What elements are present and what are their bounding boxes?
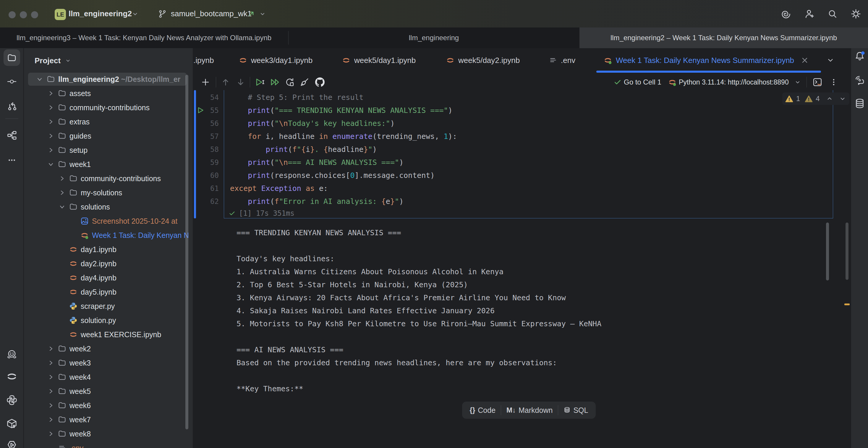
move-cell-down-button[interactable] — [236, 73, 245, 91]
tree-item-week2[interactable]: week2 — [24, 342, 188, 356]
tree-item-my-solutions[interactable]: my-solutions — [24, 186, 188, 200]
add-cell-button[interactable] — [201, 73, 210, 91]
tree-chevron-icon[interactable] — [46, 89, 55, 98]
code-line-55[interactable]: 55 print("=== TRENDING KENYAN NEWS ANALY… — [193, 104, 831, 117]
window-minimize-button[interactable] — [20, 11, 27, 18]
project-panel-header[interactable]: Project — [35, 52, 71, 69]
more-tools-icon[interactable] — [0, 155, 24, 165]
notifications-bell-icon[interactable] — [851, 51, 868, 62]
window-zoom-button[interactable] — [31, 11, 38, 18]
tree-item-week1-exercise-ipynb[interactable]: week1 EXERCISE.ipynb — [24, 327, 188, 342]
hexagon-run-icon[interactable] — [0, 440, 24, 448]
editor-tab-partial[interactable]: .ipynb — [193, 48, 214, 72]
tree-chevron-icon[interactable] — [46, 131, 55, 140]
tree-chevron-icon[interactable] — [46, 387, 55, 396]
tree-item-community-contributions[interactable]: community-contributions — [24, 100, 188, 115]
tree-item-screenshot-2025-10-24-at[interactable]: Screenshot 2025-10-24 at — [24, 214, 188, 228]
database-tool-icon[interactable] — [851, 98, 868, 109]
code-line-57[interactable]: 57 for i, headline in enumerate(trending… — [193, 130, 831, 143]
close-icon[interactable] — [802, 58, 807, 63]
inspections-widget[interactable]: 1 4 — [782, 93, 849, 105]
tree-item-assets[interactable]: assets — [24, 86, 188, 100]
run-cell-button[interactable] — [255, 73, 265, 91]
window-tab-2[interactable]: llm_engineering — [288, 28, 579, 48]
structure-icon[interactable] — [0, 130, 24, 140]
window-tab-3-active[interactable]: llm_engineering2 – Week 1 Task: Daily Ke… — [580, 28, 868, 48]
ai-assistant-icon[interactable] — [780, 0, 791, 28]
add-user-icon[interactable] — [804, 0, 815, 28]
tree-chevron-icon[interactable] — [46, 117, 55, 126]
prev-issue-icon[interactable] — [826, 95, 833, 102]
code-line-59[interactable]: 59 print("\n=== AI NEWS ANALYSIS ===") — [193, 156, 831, 169]
tree-chevron-icon[interactable] — [35, 75, 44, 84]
kebab-menu-icon[interactable] — [830, 73, 838, 91]
tree-chevron-icon[interactable] — [58, 202, 66, 211]
tree-chevron-icon[interactable] — [46, 373, 55, 382]
code-line-60[interactable]: 60 print(response.choices[0].message.con… — [193, 169, 831, 182]
move-cell-up-button[interactable] — [221, 73, 230, 91]
tree-chevron-icon[interactable] — [46, 103, 55, 112]
add-markdown-cell-button[interactable]: M↓ Markdown — [506, 406, 553, 415]
editor-tab-week3-day1[interactable]: week3/day1.ipynb — [239, 48, 312, 72]
tree-item-week6[interactable]: week6 — [24, 398, 188, 413]
settings-gear-icon[interactable] — [850, 0, 862, 28]
branch-chevron-icon[interactable] — [259, 0, 266, 28]
add-code-cell-button[interactable]: {} Code — [470, 406, 495, 415]
tree-item-setup[interactable]: setup — [24, 143, 188, 157]
tree-item-day4-ipynb[interactable]: day4.ipynb — [24, 271, 188, 285]
tree-chevron-icon[interactable] — [46, 344, 55, 353]
editor-scrollbar[interactable] — [845, 223, 848, 280]
pull-requests-icon[interactable] — [0, 101, 24, 111]
tree-item-week3[interactable]: week3 — [24, 356, 188, 370]
github-icon[interactable] — [315, 73, 324, 91]
ai-chat-icon[interactable] — [851, 75, 868, 86]
window-tab-1[interactable]: llm_engineering3 – Week 1 Task: Kenyan D… — [0, 28, 288, 48]
tree-scrollbar[interactable] — [185, 75, 188, 429]
tree-item-week4[interactable]: week4 — [24, 370, 188, 384]
add-sql-cell-button[interactable]: SQL — [563, 406, 588, 415]
window-close-button[interactable] — [8, 11, 16, 18]
tree-item-guides[interactable]: guides — [24, 129, 188, 143]
code-line-58[interactable]: 58 print(f"{i}. {headline}") — [193, 143, 831, 156]
clear-outputs-broom-icon[interactable] — [300, 73, 309, 91]
tree-item-solution-py[interactable]: solution.py — [24, 313, 188, 327]
commit-icon[interactable] — [0, 76, 24, 87]
tree-chevron-icon[interactable] — [46, 401, 55, 410]
tab-overflow-chevron-icon[interactable] — [827, 48, 834, 72]
run-all-cells-button[interactable] — [270, 73, 280, 91]
tree-chevron-icon[interactable] — [46, 429, 55, 438]
tree-item-week1[interactable]: week1 — [24, 157, 188, 171]
tree-chevron-icon[interactable] — [46, 358, 55, 367]
huggingface-icon[interactable] — [0, 349, 24, 360]
go-to-cell-button[interactable]: Go to Cell 1 — [614, 73, 661, 91]
restart-kernel-button[interactable] — [285, 73, 294, 91]
tree-item-week5[interactable]: week5 — [24, 384, 188, 398]
tree-item-solutions[interactable]: solutions — [24, 200, 188, 214]
tree-item-day2-ipynb[interactable]: day2.ipynb — [24, 257, 188, 271]
python-packages-icon[interactable] — [0, 418, 24, 429]
tree-item-week8[interactable]: week8 — [24, 427, 188, 441]
tree-item-day1-ipynb[interactable]: day1.ipynb — [24, 242, 188, 257]
tree-chevron-icon[interactable] — [58, 174, 66, 183]
tree-item--env[interactable]: .env — [24, 441, 188, 448]
tree-item-community-contributions[interactable]: community-contributions — [24, 171, 188, 186]
tree-chevron-icon[interactable] — [46, 160, 55, 169]
tree-item-day5-ipynb[interactable]: day5.ipynb — [24, 285, 188, 299]
next-issue-icon[interactable] — [839, 95, 846, 102]
tree-chevron-icon[interactable] — [46, 415, 55, 424]
editor-tab-week5-day1[interactable]: week5/day1.ipynb — [342, 48, 416, 72]
tree-item-week7[interactable]: week7 — [24, 413, 188, 427]
branch-selector[interactable]: samuel_bootcamp_wk1 — [171, 0, 252, 28]
tree-item-week-1-task-daily-kenyan-news-summarizer-ipynb[interactable]: Week 1 Task: Daily Kenyan News Summarize… — [24, 228, 188, 242]
jupyter-tool-icon[interactable] — [0, 371, 24, 382]
tree-item-extras[interactable]: extras — [24, 115, 188, 129]
editor-tab-active[interactable]: Week 1 Task: Daily Kenyan News Summarize… — [604, 48, 807, 72]
tree-item-scraper-py[interactable]: scraper.py — [24, 299, 188, 313]
tree-chevron-icon[interactable] — [58, 188, 66, 197]
editor-tab-env[interactable]: .env — [549, 48, 575, 72]
search-icon[interactable] — [827, 0, 838, 28]
output-scrollbar[interactable] — [826, 223, 829, 281]
kernel-selector[interactable]: Python 3.11.14: http://localhost:8890 — [668, 73, 801, 91]
project-selector[interactable]: llm_engineering2 — [69, 0, 132, 28]
code-line-56[interactable]: 56 print("\nToday's key headlines:") — [193, 117, 831, 130]
